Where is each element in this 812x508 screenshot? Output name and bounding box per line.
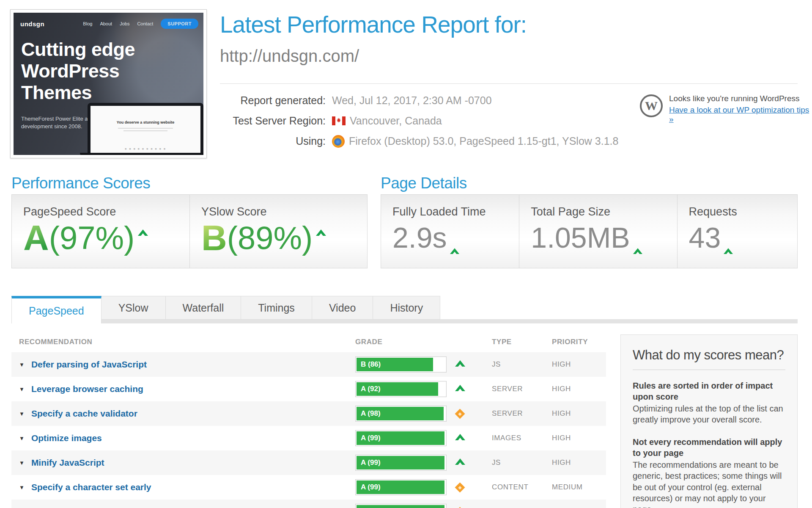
requests-label: Requests: [689, 205, 797, 218]
table-body: ▼ Defer parsing of JavaScript B (86) JS …: [11, 352, 606, 508]
grade-bar: B (86): [355, 356, 447, 373]
expand-toggle-icon[interactable]: ▼: [19, 362, 25, 367]
page-size-trend-up-icon: [633, 229, 642, 260]
grade-bar: A (99): [355, 430, 447, 446]
fully-loaded-time-value: 2.9s: [392, 222, 447, 254]
page-title: Latest Performance Report for:: [220, 11, 527, 38]
recommendation-link[interactable]: Optimize images: [31, 433, 102, 443]
expand-toggle-icon[interactable]: ▼: [19, 485, 25, 490]
expand-toggle-icon[interactable]: ▼: [19, 460, 25, 466]
fully-loaded-time-card: Fully Loaded Time 2.9s: [381, 195, 519, 268]
tab-yslow[interactable]: YSlow: [102, 296, 166, 320]
sidebar-section-1-body: Optimizing rules at the top of the list …: [633, 403, 785, 425]
type-cell: SERVER: [492, 409, 552, 418]
priority-cell: HIGH: [552, 458, 606, 467]
total-page-size-value: 1.05MB: [531, 222, 630, 254]
sidebar-section-1-heading: Rules are sorted in order of impact upon…: [633, 380, 785, 402]
expand-toggle-icon[interactable]: ▼: [19, 436, 25, 441]
table-header-row: RECOMMENDATION GRADE TYPE PRIORITY: [11, 335, 606, 352]
recommendation-link[interactable]: Specify a character set early: [31, 482, 151, 492]
grade-bar: A (99): [355, 479, 447, 495]
table-row: ▼ Optimize images A (99) IMAGES HIGH: [11, 426, 606, 450]
sidebar-divider: [633, 370, 785, 370]
firefox-icon: [332, 135, 345, 148]
page-details-panel: Fully Loaded Time 2.9s Total Page Size 1…: [381, 194, 798, 268]
requests-trend-up-icon: [724, 229, 733, 260]
header-recommendation: RECOMMENDATION: [11, 338, 355, 346]
sidebar-section-2-body: The recommendations are meant to be gene…: [633, 459, 785, 508]
header-grade: GRADE: [355, 338, 492, 346]
priority-cell: HIGH: [552, 385, 606, 393]
total-page-size-card: Total Page Size 1.05MB: [519, 195, 677, 268]
using-label: Using:: [220, 135, 326, 147]
unchanged-diamond-icon: [455, 409, 465, 418]
pagespeed-grade: A: [23, 220, 49, 257]
table-row: ▼ Minify HTML A (99) CONTENT LOW: [11, 500, 606, 508]
site-thumbnail[interactable]: undsgn Blog About Jobs Contact SUPPORT C…: [10, 9, 207, 158]
header-type: TYPE: [492, 338, 552, 346]
recommendation-link[interactable]: Specify a cache validator: [31, 409, 137, 419]
site-thumbnail-image: undsgn Blog About Jobs Contact SUPPORT C…: [14, 13, 203, 155]
gtmetrix-report-page: undsgn Blog About Jobs Contact SUPPORT C…: [0, 0, 812, 508]
wordpress-message: Looks like you're running WordPress: [669, 94, 812, 103]
table-row: ▼ Minify JavaScript A (99) JS HIGH: [11, 450, 606, 475]
priority-cell: MEDIUM: [552, 483, 606, 491]
grade-bar: A (98): [355, 406, 447, 422]
grade-bar: A (92): [355, 381, 447, 397]
tab-history[interactable]: History: [373, 296, 440, 320]
wp-optimization-tips-link[interactable]: Have a look at our WP optimization tips …: [669, 105, 812, 124]
table-row: ▼ Specify a character set early A (99) C…: [11, 475, 606, 500]
test-server-region-value: Vancouver, Canada: [350, 115, 442, 127]
recommendation-link[interactable]: Leverage browser caching: [31, 384, 143, 394]
yslow-score-card: YSlow Score B (89%): [189, 195, 367, 268]
thumb-site-logo: undsgn: [20, 20, 44, 28]
scores-explainer-sidebar: What do my scores mean? Rules are sorted…: [620, 334, 798, 508]
tab-waterfall[interactable]: Waterfall: [166, 296, 241, 320]
pagespeed-trend-up-icon: [138, 229, 148, 238]
total-page-size-label: Total Page Size: [531, 205, 677, 218]
performance-scores-panel: PageSpeed Score A (97%) YSlow Score B (8…: [11, 194, 368, 268]
table-row: ▼ Leverage browser caching A (92) SERVER…: [11, 377, 606, 401]
requests-value: 43: [689, 222, 721, 254]
sidebar-title: What do my scores mean?: [633, 348, 785, 363]
expand-toggle-icon[interactable]: ▼: [19, 411, 25, 417]
wordpress-notice: W Looks like you're running WordPress Ha…: [639, 94, 812, 124]
header-priority: PRIORITY: [552, 338, 606, 346]
loaded-time-trend-up-icon: [450, 229, 459, 260]
recommendation-link[interactable]: Minify JavaScript: [31, 458, 104, 468]
recommendation-link[interactable]: Defer parsing of JavaScript: [31, 359, 147, 370]
thumb-nav-jobs: Jobs: [120, 21, 129, 26]
yslow-score-label: YSlow Score: [201, 205, 367, 218]
type-cell: CONTENT: [492, 483, 552, 491]
priority-cell: HIGH: [552, 409, 606, 418]
thumb-nav-contact: Contact: [137, 21, 153, 26]
recommendations-table: RECOMMENDATION GRADE TYPE PRIORITY ▼ Def…: [11, 335, 606, 508]
type-cell: IMAGES: [492, 434, 552, 442]
pagespeed-score-label: PageSpeed Score: [23, 205, 189, 218]
table-row: ▼ Specify a cache validator A (98) SERVE…: [11, 401, 606, 426]
tab-timings[interactable]: Timings: [241, 296, 312, 320]
thumb-nav-about: About: [100, 21, 112, 26]
pagespeed-percent: (97%): [49, 220, 135, 256]
wordpress-logo-icon: W: [639, 94, 663, 119]
improving-arrow-icon: [455, 385, 465, 393]
report-generated-row: Report generated: Wed, Jul 12, 2017, 2:3…: [220, 94, 618, 107]
type-cell: JS: [492, 458, 552, 467]
expand-toggle-icon[interactable]: ▼: [19, 387, 25, 392]
canada-flag-icon: [332, 116, 346, 125]
thumb-heading: Cutting edge WordPress Themes: [21, 39, 161, 104]
fully-loaded-time-label: Fully Loaded Time: [392, 205, 519, 218]
yslow-grade: B: [201, 220, 227, 257]
thumb-nav-blog: Blog: [83, 21, 92, 26]
report-generated-value: Wed, Jul 12, 2017, 2:30 AM -0700: [332, 94, 492, 107]
improving-arrow-icon: [455, 360, 465, 369]
improving-arrow-icon: [455, 458, 465, 467]
thumb-laptop-mockup: You deserve a stunning website ■ ■ ■ ■ ■…: [80, 103, 203, 155]
performance-scores-title: Performance Scores: [11, 174, 150, 192]
table-row: ▼ Defer parsing of JavaScript B (86) JS …: [11, 352, 606, 377]
tab-video[interactable]: Video: [312, 296, 373, 320]
thumb-laptop-text: You deserve a stunning website: [91, 120, 200, 124]
svg-text:W: W: [645, 99, 658, 113]
unchanged-diamond-icon: [455, 483, 465, 492]
tab-pagespeed[interactable]: PageSpeed: [11, 296, 102, 323]
